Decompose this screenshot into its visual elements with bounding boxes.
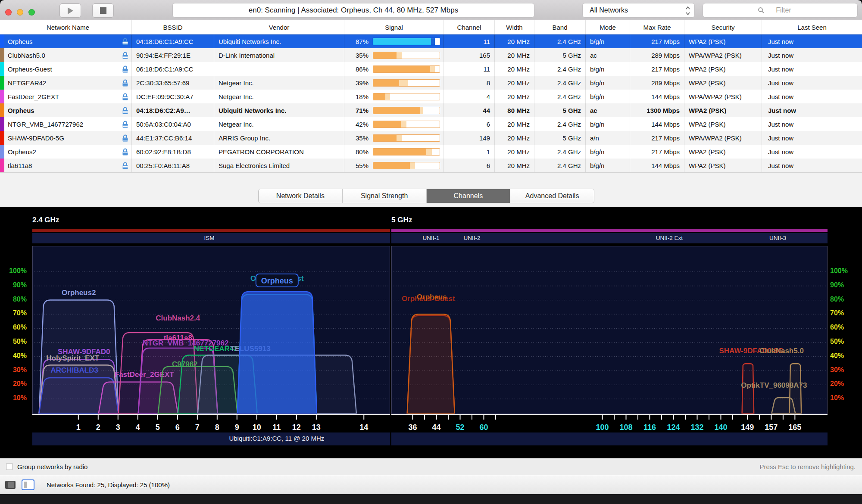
width-cell: 20 MHz: [495, 117, 534, 131]
signal-cell: 87%: [344, 34, 444, 48]
band-cell: 2.4 GHz: [534, 76, 586, 90]
security-cell: WPA2 (PSK): [684, 103, 762, 117]
channel-tick-label: 2: [96, 423, 100, 432]
spectrum-plot: Orpheus-GuestOrpheusSHAW-9DFAD0-5GClubNa…: [391, 246, 828, 414]
tab-advanced-details[interactable]: Advanced Details: [510, 189, 594, 203]
network-name-cell: Orpheus: [4, 103, 132, 117]
column-header[interactable]: BSSID: [132, 20, 214, 34]
mode-cell: b/g/n: [586, 34, 630, 48]
tab-signal-strength[interactable]: Signal Strength: [343, 189, 427, 203]
lock-icon: [122, 107, 128, 114]
band-segments-header: ISM: [32, 233, 390, 243]
signal-cell: 80%: [344, 145, 444, 159]
rate-cell: 289 Mbps: [630, 48, 684, 62]
channel-tick-label: 5: [156, 423, 160, 432]
mode-cell: ac: [586, 103, 630, 117]
column-header[interactable]: Mode: [586, 20, 630, 34]
stop-icon: [100, 7, 106, 14]
lock-icon-wrap: [122, 162, 128, 169]
column-header[interactable]: Network Name: [4, 20, 132, 34]
rate-cell: 217 Mbps: [630, 145, 684, 159]
channel-tick-label: 157: [765, 423, 778, 432]
table-row[interactable]: FastDeer_2GEXTDC:EF:09:9C:30:A7Netgear I…: [0, 90, 862, 103]
table-row[interactable]: NTGR_VMB_146772796250:6A:03:C0:04:A0Netg…: [0, 117, 862, 131]
bssid-cell: 04:18:D6:C2:A9…: [132, 103, 214, 117]
scan-start-button[interactable]: [59, 3, 81, 18]
seen-cell: Just now: [762, 76, 862, 90]
y-axis-label-left: 80%: [3, 296, 27, 303]
chart-band-title: 5 GHz: [391, 216, 412, 224]
column-header[interactable]: Last Seen: [762, 20, 862, 34]
channel-axis: 36445260100108116124132140149157165: [391, 414, 828, 434]
y-axis-label-left: 20%: [3, 380, 27, 388]
lock-icon-wrap: [122, 38, 128, 45]
channel-tick-label: 149: [741, 423, 754, 432]
group-by-radio-checkbox[interactable]: [6, 463, 13, 470]
column-header[interactable]: Signal: [344, 20, 444, 34]
channel-tick-label: 14: [359, 423, 368, 432]
network-label: OptikTV_96098A73: [741, 381, 807, 389]
column-header[interactable]: Security: [684, 20, 762, 34]
y-axis-label-left: 100%: [3, 267, 27, 275]
signal-bar-value: [373, 93, 385, 100]
network-name-cell: NETGEAR42: [4, 76, 132, 90]
column-header[interactable]: Vendor: [214, 20, 344, 34]
rate-cell: 144 Mbps: [630, 159, 684, 172]
table-row[interactable]: SHAW-9DFAD0-5G44:E1:37:CC:B6:14ARRIS Gro…: [0, 131, 862, 145]
close-window-button[interactable]: [5, 9, 12, 16]
band-cell: 2.4 GHz: [534, 145, 586, 159]
network-name-cell: ClubNash5.0: [4, 48, 132, 62]
y-axis-label-right: 30%: [830, 366, 854, 374]
chevron-up-down-icon: [685, 6, 691, 18]
signal-percent: 55%: [346, 162, 369, 169]
column-header[interactable]: Max Rate: [630, 20, 684, 34]
vendor-cell: Netgear Inc.: [214, 90, 344, 103]
networks-found-text: Networks Found: 25, Displayed: 25 (100%): [47, 481, 170, 488]
network-color-stripe: [0, 34, 4, 48]
header-stripe-spacer: [0, 20, 4, 34]
filter-input[interactable]: [703, 3, 858, 18]
signal-bar: [373, 107, 440, 114]
network-name: SHAW-9DFAD0-5G: [8, 134, 122, 142]
network-label: ARCHIBALD3: [50, 366, 98, 374]
tab-network-details[interactable]: Network Details: [259, 189, 343, 203]
table-row[interactable]: Orpheus-Guest06:18:D6:C1:A9:CC86%1120 MH…: [0, 62, 862, 76]
panel-toggle-icon[interactable]: [22, 479, 34, 490]
table-row[interactable]: Orpheus260:02:92:E8:1B:D8PEGATRON CORPOR…: [0, 145, 862, 159]
network-color-stripe: [0, 131, 4, 145]
channel-tick-label: 11: [272, 423, 281, 432]
sidebar-toggle-icon[interactable]: [5, 481, 16, 489]
zoom-window-button[interactable]: [28, 9, 35, 16]
bssid-cell: 50:6A:03:C0:04:A0: [132, 117, 214, 131]
rate-cell: 217 Mbps: [630, 131, 684, 145]
lock-icon: [122, 134, 128, 142]
signal-percent: 35%: [346, 134, 369, 142]
network-curve-Orpheus[interactable]: Orpheus: [237, 274, 317, 414]
table-row[interactable]: NETGEAR422C:30:33:65:57:69Netgear Inc.39…: [0, 76, 862, 90]
table-row[interactable]: ClubNash5.090:94:E4:FF:29:1ED-Link Inter…: [0, 48, 862, 62]
column-header[interactable]: Width: [495, 20, 534, 34]
channel-tick-label: 7: [195, 423, 200, 432]
network-table: Orpheus04:18:D6:C1:A9:CCUbiquiti Network…: [0, 34, 862, 172]
signal-percent: 18%: [346, 93, 369, 100]
table-row[interactable]: Orpheus04:18:D6:C2:A9…Ubiquiti Networks …: [0, 103, 862, 117]
network-curve-Orpheus[interactable]: Orpheus: [407, 293, 455, 414]
minimize-window-button[interactable]: [17, 9, 23, 16]
table-row[interactable]: Orpheus04:18:D6:C1:A9:CCUbiquiti Network…: [0, 34, 862, 48]
column-header[interactable]: Channel: [444, 20, 495, 34]
bssid-cell: 06:18:D6:C1:A9:CC: [132, 62, 214, 76]
mode-cell: b/g/n: [586, 117, 630, 131]
channel-cell: 8: [444, 76, 495, 90]
table-row[interactable]: tla611a800:25:F0:A6:11:A8Suga Electronic…: [0, 159, 862, 172]
rate-cell: 144 Mbps: [630, 117, 684, 131]
mode-cell: b/g/n: [586, 90, 630, 103]
chart-band-title: 2.4 GHz: [32, 216, 59, 224]
y-axis-label-right: 80%: [830, 296, 854, 303]
y-axis-label-right: 10%: [830, 394, 854, 402]
column-header[interactable]: Band: [534, 20, 586, 34]
network-scope-dropdown[interactable]: All Networks: [582, 3, 695, 18]
scan-stop-button[interactable]: [92, 3, 114, 18]
network-color-stripe: [0, 103, 4, 117]
tab-channels[interactable]: Channels: [427, 189, 511, 203]
wifi-scanner-window: en0: Scanning | Associated: Orpheus, Ch …: [0, 0, 862, 504]
